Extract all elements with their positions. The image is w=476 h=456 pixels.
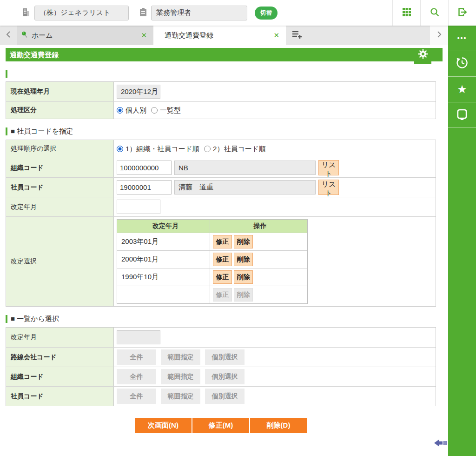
- row-label: 社員コード: [6, 387, 114, 406]
- settings-button[interactable]: [414, 48, 431, 64]
- add-tab-button[interactable]: [286, 26, 308, 45]
- row-value: 個人別 一覧型: [114, 102, 436, 119]
- search-icon: [430, 7, 440, 19]
- edit-button[interactable]: 修正: [213, 253, 232, 266]
- section-title: ■ 社員コードを指定: [11, 127, 73, 136]
- logout-button[interactable]: [448, 0, 476, 26]
- tab-active-label: 通勤交通費登録: [165, 31, 271, 40]
- form-row-current-month: 現在処理年月 2020年12月: [6, 82, 436, 101]
- all-button: 全件: [117, 349, 156, 365]
- collapse-panel-button[interactable]: [433, 438, 447, 450]
- delete-button[interactable]: 削除: [234, 235, 253, 248]
- footer-buttons: 次画面(N) 修正(M) 削除(D): [6, 418, 436, 433]
- emp-code-input[interactable]: [117, 180, 172, 194]
- panel-icon: [456, 108, 468, 122]
- form-row-list-org-code: 組織コード 全件 範囲指定 個別選択: [6, 367, 436, 386]
- form-row-list-emp-code: 社員コード 全件 範囲指定 個別選択: [6, 386, 436, 406]
- row-label: 改定年月: [6, 328, 114, 347]
- tab-home-close-icon[interactable]: ✕: [139, 30, 149, 40]
- tabs-scroll-right-button[interactable]: [430, 26, 448, 45]
- history-clock-icon: [456, 56, 469, 71]
- form-row-org-code: 組織コード NB リスト: [6, 158, 436, 177]
- tab-home-label: ホーム: [32, 31, 139, 40]
- row-value: [114, 328, 436, 347]
- apps-menu-button[interactable]: [392, 0, 420, 26]
- delete-button[interactable]: 削除: [234, 253, 253, 266]
- company-input[interactable]: [34, 6, 129, 20]
- radio-employee-order[interactable]: [204, 146, 211, 152]
- revision-month-input[interactable]: [117, 200, 160, 214]
- radio-list-type-label: 一覧型: [160, 106, 181, 115]
- form-row-list-revision-month: 改定年月: [6, 328, 436, 347]
- row-label: 改定選択: [6, 217, 114, 306]
- tabs-strip: ホーム ✕ 通勤交通費登録 ✕: [0, 26, 430, 45]
- star-icon: ★: [457, 84, 467, 95]
- modify-button[interactable]: 修正(M): [192, 418, 249, 433]
- row-value: 清藤 道重 リスト: [114, 178, 436, 197]
- delete-button[interactable]: 削除: [234, 270, 253, 284]
- sidebar-favorites-button[interactable]: ★: [448, 77, 476, 102]
- section-marker: [6, 70, 7, 78]
- building-icon: [21, 7, 31, 19]
- row-value: 改定年月 操作 2003年01月 修正 削除 2000年01月: [114, 217, 436, 306]
- row-label: 組織コード: [6, 367, 114, 386]
- radio-individual[interactable]: [117, 107, 123, 114]
- tab-home[interactable]: ホーム ✕: [17, 26, 153, 45]
- org-code-input[interactable]: [117, 161, 172, 175]
- revision-table-header-actions: 操作: [210, 220, 307, 233]
- sidebar-history-button[interactable]: [448, 51, 476, 77]
- tab-commute-registration[interactable]: 通勤交通費登録 ✕: [153, 26, 286, 45]
- add-tab-icon: [291, 30, 303, 41]
- grid-icon: [402, 7, 411, 19]
- app-window: 切替: [0, 0, 476, 456]
- next-screen-button[interactable]: 次画面(N): [135, 418, 192, 433]
- chevron-right-icon: [437, 31, 442, 40]
- row-label: 処理順序の選択: [6, 140, 114, 158]
- row-value: [114, 197, 436, 216]
- delete-footer-button[interactable]: 削除(D): [250, 418, 307, 433]
- form-row-process-type: 処理区分 個人別 一覧型: [6, 101, 436, 119]
- row-label: 現在処理年月: [6, 82, 114, 101]
- all-button: 全件: [117, 389, 156, 404]
- radio-list-type[interactable]: [151, 107, 158, 114]
- form-row-revision-month: 改定年月: [6, 197, 436, 216]
- row-value: NB リスト: [114, 158, 436, 177]
- section-title: ■ 一覧から選択: [11, 315, 59, 323]
- sidebar-more-button[interactable]: •••: [448, 26, 476, 51]
- revision-month-cell: [117, 286, 210, 303]
- revision-actions-cell: 修正 削除: [210, 286, 307, 303]
- revision-actions-cell: 修正 削除: [210, 233, 307, 250]
- list-revision-month-field: [117, 330, 160, 344]
- revision-table-row: 2003年01月 修正 削除: [117, 233, 307, 250]
- form-row-order-select: 処理順序の選択 1）組織・社員コード順 2）社員コード順: [6, 140, 436, 158]
- section-header-employee-code: ■ 社員コードを指定: [6, 127, 448, 136]
- revision-table-row: 2000年01月 修正 削除: [117, 250, 307, 268]
- revision-month-cell: 2000年01月: [117, 251, 210, 268]
- edit-button[interactable]: 修正: [213, 235, 232, 248]
- form-row-emp-code: 社員コード 清藤 道重 リスト: [6, 177, 436, 197]
- revision-month-cell: 1990年10月: [117, 268, 210, 286]
- revision-actions-cell: 修正 削除: [210, 268, 307, 286]
- delete-button-disabled: 削除: [234, 288, 253, 302]
- individual-button: 個別選択: [205, 369, 245, 384]
- user-role-input[interactable]: [151, 6, 247, 20]
- tab-active-close-icon[interactable]: ✕: [271, 30, 281, 40]
- current-month-value: 2020年12月: [117, 85, 160, 99]
- tabs-scroll-left-button[interactable]: [0, 26, 17, 45]
- search-button[interactable]: [420, 0, 448, 26]
- tab-bar: ホーム ✕ 通勤交通費登録 ✕: [0, 26, 448, 45]
- switch-button[interactable]: 切替: [255, 7, 278, 20]
- top-header-bar: 切替: [0, 0, 476, 26]
- page-title-bar: 通勤交通費登録: [6, 48, 443, 61]
- list-selection-table: 改定年月 路線会社コード 全件 範囲指定 個別選択 組織コード 全件 範囲指定: [6, 327, 436, 406]
- edit-button-disabled: 修正: [213, 288, 232, 302]
- range-button: 範囲指定: [161, 369, 200, 384]
- radio-org-employee-order[interactable]: [117, 146, 123, 152]
- range-button: 範囲指定: [161, 389, 200, 404]
- revision-table-row-empty: 修正 削除: [117, 286, 307, 303]
- org-list-button[interactable]: リスト: [318, 160, 339, 175]
- emp-list-button[interactable]: リスト: [318, 180, 339, 195]
- radio-org-employee-order-label: 1）組織・社員コード順: [126, 145, 199, 154]
- sidebar-panel-button[interactable]: [448, 102, 476, 128]
- edit-button[interactable]: 修正: [213, 270, 232, 284]
